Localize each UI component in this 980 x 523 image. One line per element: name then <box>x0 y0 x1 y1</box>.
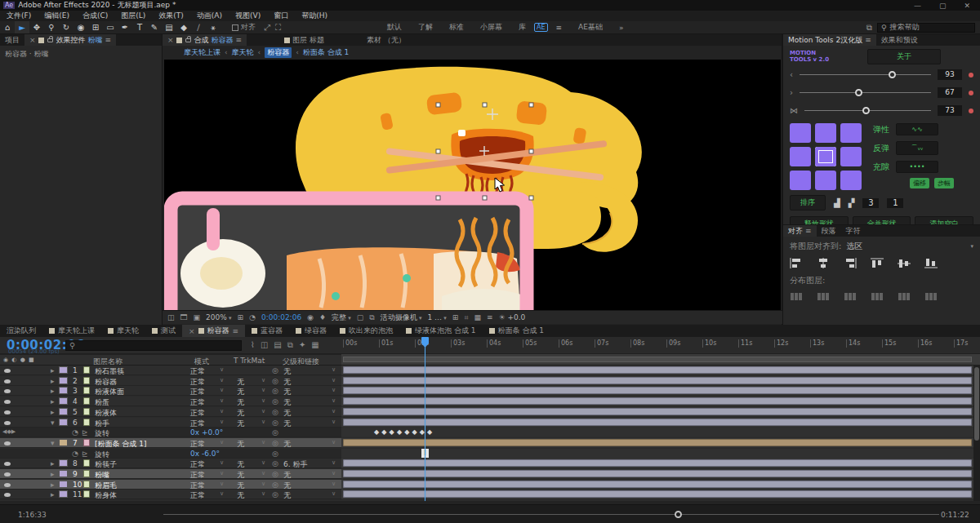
gap-button[interactable]: 充隙 <box>873 162 889 173</box>
brush-tool[interactable]: ✎ <box>147 21 162 33</box>
breadcrumb-摩天轮上课[interactable]: 摩天轮上课 <box>184 47 220 58</box>
label-color-swatch[interactable] <box>59 459 68 467</box>
clone-stamp-tool[interactable]: ▤ <box>162 21 176 33</box>
time-ruler[interactable]: 00s01s02s03s04s05s06s07s08s09s10s11s12s1… <box>341 337 980 354</box>
flowchart-icon[interactable]: ≡ <box>487 313 493 321</box>
breadcrumb-粉面条 合成 1[interactable]: 粉面条 合成 1 <box>303 47 349 58</box>
slider-value-0[interactable]: 93 <box>938 69 962 80</box>
layer-row-2[interactable]: ▸2粉容器正常∨无∨◎无∨ <box>0 376 341 386</box>
pickwhip-icon[interactable]: ◎ <box>272 459 278 468</box>
parent-dropdown[interactable]: 无 <box>283 490 291 501</box>
timeline-toggle-icon-3[interactable]: ⧉ <box>287 340 293 349</box>
pickwhip-icon[interactable]: ◎ <box>272 490 278 499</box>
eye-icon[interactable] <box>4 441 11 445</box>
graph-row[interactable] <box>341 459 980 468</box>
hand-tool[interactable]: ✥ <box>29 21 44 33</box>
fast-preview-icon[interactable]: ⌗ <box>464 313 468 322</box>
graph-row[interactable] <box>341 386 980 396</box>
slider-reset-dot-2[interactable] <box>969 109 973 113</box>
layer-row-9[interactable]: ▸9粉嘴正常∨无∨◎无∨ <box>0 469 341 479</box>
mode-dropdown[interactable]: 正常 <box>190 490 220 501</box>
lock-icon[interactable] <box>185 38 191 42</box>
pickwhip-icon[interactable]: ◎ <box>272 470 278 478</box>
roi-icon[interactable]: ▢ <box>357 313 364 321</box>
view-layout-select[interactable]: 1 … ▾ <box>428 313 447 321</box>
panel-icon[interactable]: ⧉ <box>866 23 872 33</box>
anchor-cell-8[interactable] <box>840 171 862 190</box>
anchor-cell-7[interactable] <box>815 171 836 190</box>
anchor-cell-4[interactable] <box>815 147 836 166</box>
label-color-swatch[interactable] <box>59 366 68 374</box>
panel-menu-icon[interactable]: ≡ <box>105 36 112 44</box>
anchor-grid[interactable] <box>790 123 862 190</box>
graph-row[interactable] <box>341 366 980 375</box>
align-hcenter-icon[interactable] <box>817 258 830 268</box>
keyframe-icon[interactable]: ◆ <box>374 428 379 436</box>
twirl-icon[interactable]: ▸ <box>51 490 55 499</box>
duration-bar[interactable] <box>343 490 972 498</box>
timeline-tab-绿容器[interactable]: 绿容器 <box>289 325 333 337</box>
twirl-icon[interactable]: ▸ <box>51 481 55 489</box>
tab-对齐[interactable]: 对齐 ≡ <box>783 225 817 237</box>
graph-row[interactable] <box>341 397 980 406</box>
keyframe-nav[interactable]: ◀◆▶ <box>2 428 16 435</box>
tab-composition[interactable]: × 合成 粉容器 ≡ <box>163 34 247 46</box>
twirl-icon[interactable]: ▾ <box>51 419 55 427</box>
align-checkbox[interactable] <box>232 24 238 31</box>
menu-文件(F)[interactable]: 文件(F) <box>0 11 38 21</box>
pen-tool[interactable]: ✒ <box>118 21 132 33</box>
slider-value-1[interactable]: 67 <box>938 87 962 98</box>
twirl-icon[interactable]: ▸ <box>51 397 55 406</box>
eye-icon[interactable] <box>4 379 11 383</box>
layer-search-input[interactable]: ⚲ <box>65 340 242 351</box>
twirl-icon[interactable]: ▾ <box>51 439 55 447</box>
sort-desc-icon[interactable]: ▞ <box>849 198 855 207</box>
slider-knob-2[interactable] <box>862 107 870 114</box>
graph-row[interactable] <box>341 469 980 479</box>
workspace-tab-ae[interactable]: AE <box>534 23 548 32</box>
workspace-tab-标准[interactable]: 标准 <box>441 22 472 33</box>
menu-视图(V)[interactable]: 视图(V) <box>229 11 267 21</box>
distribute-top-icon[interactable] <box>871 291 884 302</box>
camera-select[interactable]: 活动摄像机 ▾ <box>381 312 422 323</box>
eraser-tool[interactable]: ◆ <box>176 21 191 33</box>
close-icon[interactable]: × <box>189 327 195 335</box>
pickwhip-icon[interactable]: ◎ <box>272 377 278 385</box>
workspace-menu-icon[interactable]: ≡ <box>548 24 571 32</box>
workspace-tab-默认[interactable]: 默认 <box>379 22 410 33</box>
zoom-slider-track[interactable] <box>163 514 939 515</box>
gap-dots-icon[interactable]: •••• <box>896 161 938 173</box>
eye-icon[interactable] <box>4 493 11 497</box>
panel-menu-icon[interactable]: ≡ <box>865 36 871 44</box>
layer-row-4[interactable]: ▸4粉蛋正常∨无∨◎无∨ <box>0 397 341 406</box>
eye-icon[interactable] <box>4 389 11 393</box>
menu-效果(T)[interactable]: 效果(T) <box>152 11 190 21</box>
bounce-button[interactable]: 反弹 <box>873 143 889 154</box>
zoom-slider-knob[interactable] <box>675 511 682 518</box>
zoom-select[interactable]: 200% ▾ <box>206 313 231 321</box>
eye-icon[interactable] <box>4 410 11 414</box>
distribute-right-icon[interactable] <box>844 291 857 302</box>
graph-row[interactable]: ◆◆◆◆◆◆◆◆ <box>341 428 980 437</box>
graph-icon[interactable]: ⊵ <box>82 450 88 458</box>
duration-bar[interactable] <box>343 419 972 426</box>
stride-button[interactable]: 步幅 <box>934 178 954 188</box>
text-tool[interactable]: T <box>132 21 147 33</box>
distribute-bottom-icon[interactable] <box>924 291 938 302</box>
menu-编辑(E)[interactable]: 编辑(E) <box>38 11 76 21</box>
label-color-swatch[interactable] <box>59 408 68 415</box>
breadcrumb-粉容器[interactable]: 粉容器 <box>265 47 292 58</box>
slider-value-2[interactable]: 73 <box>938 105 962 116</box>
timeline-tab-测试[interactable]: 测试 <box>145 325 182 337</box>
transparency-icon[interactable]: ⧉ <box>369 313 374 322</box>
stopwatch-icon[interactable]: ◔ <box>72 428 78 437</box>
playhead-line[interactable] <box>425 346 425 501</box>
label-color-swatch[interactable] <box>59 419 68 426</box>
tab-段落[interactable]: 段落 <box>817 225 841 237</box>
tab-project[interactable]: 项目 <box>0 34 24 46</box>
align-right-icon[interactable] <box>844 258 857 268</box>
exposure-value[interactable]: ☀ +0.0 <box>499 313 526 321</box>
timeline-tab-粉面条 合成 1[interactable]: 粉面条 合成 1 <box>483 325 550 337</box>
stopwatch-icon[interactable]: ◔ <box>72 450 78 458</box>
composition-canvas[interactable] <box>164 60 781 310</box>
